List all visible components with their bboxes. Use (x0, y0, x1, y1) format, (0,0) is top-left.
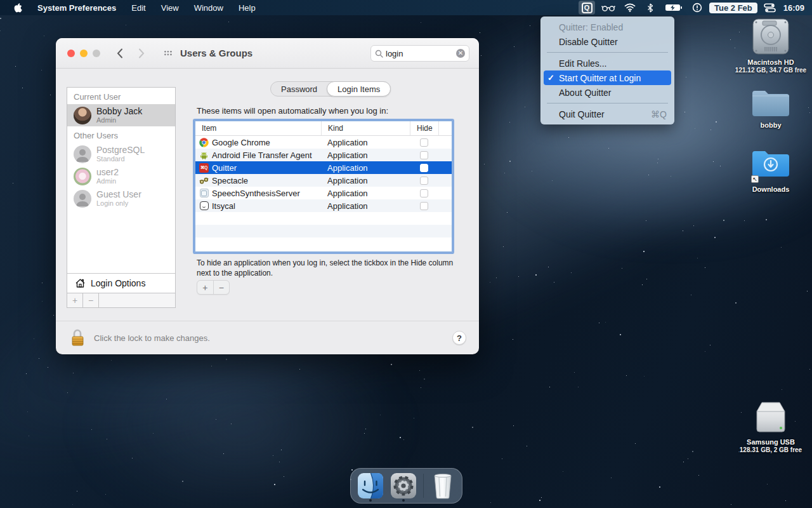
folder-icon (750, 87, 792, 119)
remove-user-button[interactable]: − (83, 293, 99, 307)
login-item-row-itsycal[interactable]: ItsycalApplication (195, 199, 452, 212)
running-indicator (369, 499, 372, 502)
lock-message: Click the lock to make changes. (94, 333, 210, 343)
speech-app-icon (199, 189, 209, 198)
menubar-clock[interactable]: 16:09 (782, 3, 804, 13)
minimize-button[interactable] (80, 50, 88, 57)
itsycal-date-menubar-item[interactable]: Tue 2 Feb (709, 3, 757, 13)
menubar-menu-view[interactable]: View (154, 0, 186, 15)
hide-checkbox[interactable] (420, 189, 428, 197)
chevron-left-icon (117, 48, 123, 58)
avatar (74, 190, 91, 208)
dock-system-preferences-icon[interactable] (390, 471, 417, 500)
hide-checkbox[interactable] (420, 151, 428, 159)
menu-separator (547, 52, 668, 53)
battery-menubar-icon[interactable] (662, 1, 685, 15)
desktop-icon-label: bobby (761, 121, 782, 130)
wifi-menubar-icon[interactable] (622, 1, 638, 15)
kind-cell: Application (321, 201, 410, 211)
user-name: Guest User (96, 189, 141, 199)
checkmark-icon: ✓ (547, 73, 559, 83)
hide-checkbox[interactable] (420, 164, 428, 172)
login-item-row-speechsynthesisserver[interactable]: SpeechSynthesisServerApplication (195, 187, 452, 199)
menu-item-quit-quitter[interactable]: Quit Quitter⌘Q (544, 107, 671, 121)
item-cell: ⌘QQuitter (195, 163, 321, 173)
menu-item-disable-quitter[interactable]: Disable Quitter (544, 34, 671, 49)
sidebar-user-bobby-jack[interactable]: Bobby Jack Admin (67, 104, 175, 126)
search-field[interactable]: ✕ (370, 45, 469, 62)
menu-item-about-quitter[interactable]: About Quitter (544, 85, 671, 100)
menu-item-quitter-enabled: Quitter: Enabled (544, 20, 671, 34)
user-role: Admin (96, 116, 142, 124)
sidebar-user-guest[interactable]: Guest User Login only (67, 187, 175, 210)
quitter-menubar-icon[interactable]: Q (579, 1, 595, 15)
back-button[interactable] (112, 45, 128, 62)
remove-login-item-button[interactable]: − (214, 281, 230, 294)
desktop-icon-downloads[interactable]: ↖ Downloads (736, 146, 806, 194)
dock-finder-icon[interactable] (357, 471, 384, 500)
empty-table-row (195, 237, 452, 250)
users-groups-window: Users & Groups ✕ Current User Bobby Jack… (56, 38, 479, 354)
search-clear-icon[interactable]: ✕ (456, 49, 465, 58)
column-header-item[interactable]: Item (195, 124, 321, 133)
hide-checkbox[interactable] (420, 177, 428, 185)
glasses-menubar-icon[interactable] (599, 1, 618, 15)
user-name: user2 (96, 167, 119, 177)
hide-checkbox[interactable] (420, 138, 428, 147)
item-cell: Itsycal (195, 201, 321, 211)
menubar-menu-help[interactable]: Help (232, 0, 263, 15)
wifi-icon (624, 3, 636, 12)
chevron-right-icon (138, 48, 145, 58)
add-user-button[interactable]: + (67, 293, 83, 307)
menu-item-start-quitter-at-login[interactable]: ✓Start Quitter at Login (544, 70, 671, 85)
close-button[interactable] (67, 50, 75, 57)
apple-menu[interactable] (6, 0, 29, 15)
desktop-icon-macintosh-hd[interactable]: Macintosh HD 121.12 GB, 34.7 GB free (736, 18, 806, 74)
user-list: Current User Bobby Jack Admin Other User… (67, 87, 176, 293)
user-switch-menubar-icon[interactable] (761, 1, 778, 15)
dock-trash-icon[interactable] (430, 471, 455, 500)
item-name: Quitter (212, 163, 237, 173)
login-item-row-quitter[interactable]: ⌘QQuitterApplication (195, 161, 452, 174)
current-user-header: Current User (67, 88, 175, 104)
notification-menubar-icon[interactable] (689, 1, 705, 15)
menubar-menu-edit[interactable]: Edit (124, 0, 152, 15)
desktop-icon-bobby[interactable]: bobby (736, 87, 806, 130)
login-item-row-google-chrome[interactable]: Google ChromeApplication (195, 136, 452, 149)
lock-icon[interactable] (70, 328, 85, 347)
finder-icon (357, 472, 384, 499)
user-role: Login only (96, 199, 141, 208)
menu-item-edit-rules[interactable]: Edit Rules... (544, 56, 671, 70)
menubar-app-name[interactable]: System Preferences (30, 0, 123, 15)
sidebar-user-postgresql[interactable]: PostgreSQL Standard (67, 143, 175, 165)
sidebar-user-user2[interactable]: user2 Admin (67, 165, 175, 187)
tab-password[interactable]: Password (271, 82, 327, 96)
search-input[interactable] (386, 49, 454, 58)
column-header-kind[interactable]: Kind (321, 121, 410, 135)
window-footer: Click the lock to make changes. ? (56, 321, 479, 354)
menu-separator (547, 103, 668, 104)
add-login-item-button[interactable]: + (197, 281, 214, 294)
column-header-hide[interactable]: Hide (410, 121, 438, 135)
kind-cell: Application (321, 176, 410, 185)
item-cell: SpeechSynthesisServer (195, 189, 321, 198)
bluetooth-menubar-icon[interactable] (642, 1, 658, 15)
login-item-row-android-file-transfer-agent[interactable]: Android File Transfer AgentApplication (195, 149, 452, 161)
menu-item-label: Quit Quitter (559, 109, 605, 119)
desktop-icon-samsung-usb[interactable]: Samsung USB 128.31 GB, 2 GB free (736, 400, 806, 453)
help-button[interactable]: ? (452, 331, 466, 345)
hide-checkbox[interactable] (420, 202, 428, 210)
user-add-remove-bar: + − (67, 293, 176, 308)
window-titlebar[interactable]: Users & Groups ✕ (56, 38, 479, 69)
user-role: Admin (96, 177, 119, 185)
item-cell: Google Chrome (195, 138, 321, 147)
login-options-button[interactable]: Login Options (67, 273, 175, 293)
empty-table-row (195, 225, 452, 237)
menubar-menu-window[interactable]: Window (187, 0, 230, 15)
show-all-grid-icon[interactable] (164, 50, 173, 57)
tab-login-items[interactable]: Login Items (327, 81, 391, 97)
login-item-row-spectacle[interactable]: SpectacleApplication (195, 174, 452, 187)
desktop-icon-detail: 128.31 GB, 2 GB free (740, 446, 802, 453)
hide-cell (410, 177, 438, 185)
login-items-table: Item Kind Hide Google ChromeApplicationA… (195, 121, 452, 252)
